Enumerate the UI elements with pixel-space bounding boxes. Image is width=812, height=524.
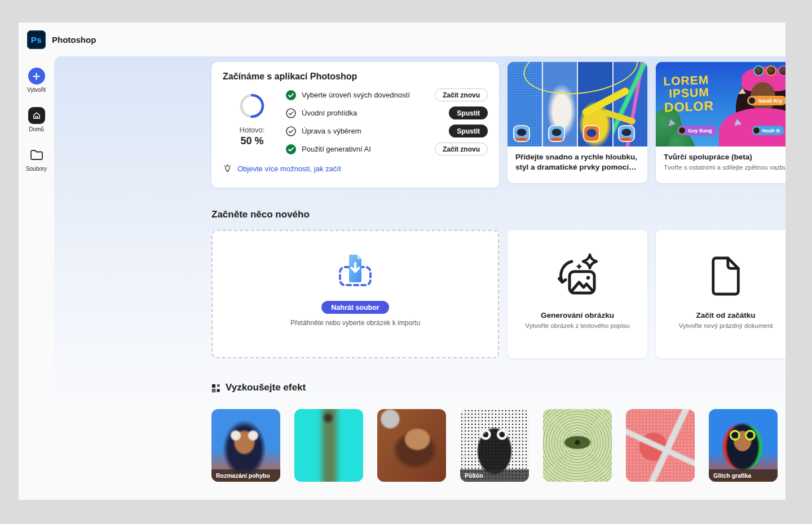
effect-thumb-halftone[interactable]: Půltón — [460, 409, 529, 482]
app-title: Photoshop — [52, 35, 96, 45]
start-new-row: Nahrát soubor Přetáhněte nebo vyberte ob… — [211, 230, 785, 358]
upload-hint: Přetáhněte nebo vyberte obrázek k import… — [290, 319, 420, 327]
task-list: Vyberte úroveň svých dovedností Začít zn… — [281, 88, 488, 156]
effect-thumb-5[interactable] — [543, 409, 612, 482]
lightbulb-icon — [223, 164, 232, 174]
task-label: Úprava s výběrem — [302, 127, 443, 135]
task-restart-button[interactable]: Začít znovu — [435, 88, 488, 101]
photoshop-window: Ps Photoshop Vytvořit Domů Soubory — [19, 23, 785, 500]
task-restart-button[interactable]: Začít znovu — [435, 143, 488, 156]
sidebar-item-create[interactable]: Vytvořit — [27, 68, 46, 93]
collaborator-name-tag: Noah B — [752, 126, 785, 135]
check-outline-icon — [286, 108, 296, 118]
task-start-button[interactable]: Spustit — [449, 106, 488, 119]
effects-grid-icon — [211, 384, 220, 393]
check-filled-icon — [286, 144, 296, 154]
task-label: Úvodní prohlídka — [302, 109, 443, 117]
promo-card-collaboration[interactable]: LOREM IPSUM DOLOR Sarah Kry — [656, 62, 785, 183]
sidebar-item-home[interactable]: Domů — [28, 107, 45, 132]
avatar — [678, 127, 686, 134]
getting-started-row: Začínáme s aplikací Photoshop Hotovo: 50… — [211, 62, 785, 188]
new-document-card[interactable]: Začít od začátku Vytvořte nový prázdný d… — [656, 230, 785, 358]
check-filled-icon — [286, 90, 296, 100]
generate-image-title: Generování obrázku — [541, 311, 614, 319]
progress-value: 50 % — [240, 135, 263, 147]
new-document-title: Začít od začátku — [696, 311, 755, 319]
promo-card-depth-style[interactable]: Přidejte snadno a rychle hloubku, styl a… — [508, 62, 647, 183]
home-icon — [28, 107, 45, 124]
task-row-skill-level: Vyberte úroveň svých dovedností Začít zn… — [286, 88, 488, 101]
home-content: Začínáme s aplikací Photoshop Hotovo: 50… — [54, 56, 785, 500]
effect-label: Glitch grafika — [709, 469, 778, 482]
sidebar-item-create-label: Vytvořit — [27, 87, 46, 93]
effect-label: Půltón — [460, 469, 529, 482]
effect-preview-image — [377, 409, 446, 482]
discover-more-link[interactable]: Objevte více možností, jak začít — [237, 165, 341, 173]
sidebar-item-files-label: Soubory — [26, 166, 47, 172]
upload-dropzone[interactable]: Nahrát soubor Přetáhněte nebo vyberte ob… — [211, 230, 499, 358]
promo-artwork-collaboration: LOREM IPSUM DOLOR Sarah Kry — [656, 62, 785, 146]
effect-thumb-motion-blur[interactable]: Rozmazání pohybu — [211, 409, 280, 482]
generate-image-icon — [553, 250, 602, 302]
blank-document-icon — [708, 250, 743, 302]
style-variant-thumb — [513, 125, 530, 142]
style-variant-thumb — [618, 125, 635, 142]
check-outline-icon — [286, 126, 296, 136]
getting-started-title: Začínáme s aplikací Photoshop — [223, 72, 488, 82]
task-row-intro-tour: Úvodní prohlídka Spustit — [286, 106, 488, 119]
avatar — [766, 65, 776, 76]
effect-thumb-glitch[interactable]: Glitch grafika — [709, 409, 778, 482]
task-row-edit-selection: Úprava s výběrem Spustit — [286, 125, 488, 137]
effect-thumb-2[interactable] — [294, 409, 363, 482]
effect-label: Rozmazání pohybu — [211, 469, 280, 482]
generate-image-subtitle: Vytvořte obrázek z textového popisu — [526, 322, 630, 329]
task-start-button[interactable]: Spustit — [449, 125, 488, 137]
new-document-subtitle: Vytvořte nový prázdný dokument — [678, 322, 773, 329]
avatar — [753, 127, 760, 134]
getting-started-card: Začínáme s aplikací Photoshop Hotovo: 50… — [211, 62, 499, 188]
avatar — [778, 65, 785, 76]
promo-title: Tvůrčí spolupráce (beta) — [664, 152, 785, 162]
progress-label: Hotovo: — [240, 126, 265, 134]
overlay-headline: LOREM IPSUM DOLOR — [663, 73, 714, 114]
task-row-generative-ai: Použití generativní AI Začít znovu — [286, 143, 488, 156]
promo-artwork-style-strips — [508, 62, 647, 146]
avatar — [748, 97, 756, 104]
effects-row: Rozmazání pohybu Půltón — [211, 409, 785, 482]
promo-title: Přidejte snadno a rychle hloubku, styl a… — [515, 152, 639, 172]
effect-preview-image — [543, 409, 612, 482]
avatar — [753, 65, 764, 76]
sidebar: Vytvořit Domů Soubory — [19, 56, 54, 500]
collaborator-name-tag: Guy Bang — [677, 126, 717, 135]
effect-thumb-3[interactable] — [377, 409, 446, 482]
start-new-heading: Začněte něco nového — [211, 209, 785, 220]
effects-heading: Vyzkoušejte efekt — [211, 382, 785, 393]
sidebar-item-files[interactable]: Soubory — [26, 146, 47, 172]
progress-block: Hotovo: 50 % — [223, 88, 281, 156]
promo-subtitle: Tvořte s ostatními a sdílejte zpětnou va… — [664, 164, 785, 171]
desktop: { "app": { "logo_text": "Ps", "title": "… — [0, 0, 812, 524]
effect-preview-image — [294, 409, 363, 482]
style-variant-thumb — [548, 125, 565, 142]
upload-file-icon — [337, 252, 374, 287]
sidebar-item-home-label: Domů — [29, 126, 44, 132]
photoshop-logo-icon: Ps — [27, 30, 46, 49]
plus-icon — [28, 68, 45, 85]
upload-file-button[interactable]: Nahrát soubor — [321, 301, 389, 314]
topbar: Ps Photoshop — [19, 23, 785, 56]
style-variant-thumb — [583, 125, 600, 142]
generate-image-card[interactable]: Generování obrázku Vytvořte obrázek z te… — [508, 230, 647, 358]
task-label: Vyberte úroveň svých dovedností — [302, 91, 429, 99]
effect-preview-image — [626, 409, 695, 482]
task-label: Použití generativní AI — [302, 145, 429, 153]
folder-icon — [28, 146, 45, 163]
collaborator-name-tag: Sarah Kry — [747, 96, 785, 105]
effect-thumb-6[interactable] — [626, 409, 695, 482]
progress-ring — [239, 93, 265, 119]
collaborator-avatars — [753, 65, 785, 76]
